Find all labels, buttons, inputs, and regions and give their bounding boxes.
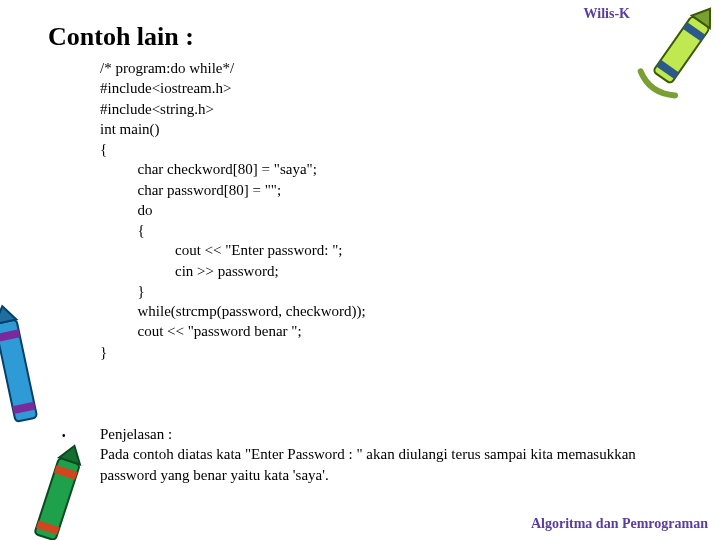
- svg-marker-7: [0, 304, 16, 324]
- header-author: Wilis-K: [584, 6, 630, 22]
- page-title: Contoh lain :: [48, 22, 194, 52]
- crayon-green-icon: [630, 0, 720, 105]
- explain-body: Pada contoh diatas kata "Enter Password …: [100, 446, 636, 482]
- footer-course: Algoritma dan Pemrograman: [531, 516, 708, 532]
- code-block: /* program:do while*/ #include<iostream.…: [100, 58, 366, 362]
- crayon-blue-icon: [0, 300, 60, 450]
- explanation: Penjelasan : Pada contoh diatas kata "En…: [100, 424, 670, 485]
- explain-heading: Penjelasan :: [100, 426, 172, 442]
- crayon-green2-icon: [20, 440, 100, 540]
- svg-rect-0: [653, 16, 710, 84]
